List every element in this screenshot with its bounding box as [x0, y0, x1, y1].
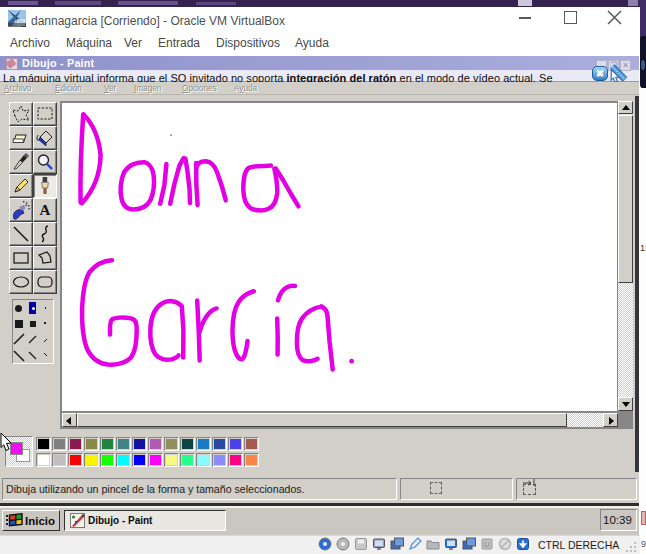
- svg-text:U: U: [484, 540, 490, 549]
- svg-text:A: A: [40, 202, 51, 218]
